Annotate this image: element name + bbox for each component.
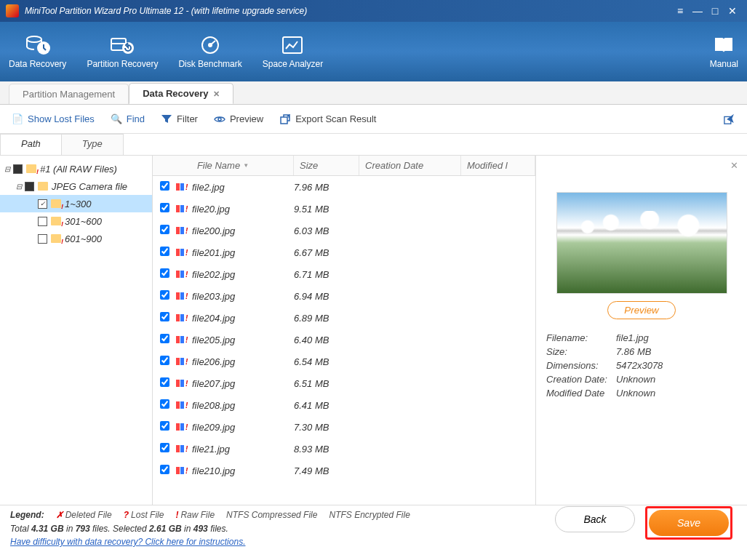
file-checkbox[interactable] xyxy=(160,465,169,474)
preview-dimensions-label: Dimensions: xyxy=(546,360,616,371)
preview-creation-value: Unknown xyxy=(616,374,655,385)
file-checkbox[interactable] xyxy=(160,290,169,300)
disk-benchmark-icon xyxy=(197,34,223,56)
file-row[interactable]: !file20.jpg9.51 MB xyxy=(153,198,535,220)
svg-rect-46 xyxy=(176,445,180,452)
folder-icon xyxy=(26,164,36,173)
close-icon[interactable]: ✕ xyxy=(724,5,741,17)
find-button[interactable]: 🔍Find xyxy=(111,113,145,125)
preview-button[interactable]: Preview xyxy=(214,113,263,125)
file-row[interactable]: !file207.jpg6.51 MB xyxy=(153,372,535,394)
tree-checkbox[interactable] xyxy=(38,217,47,226)
share-button[interactable] xyxy=(724,113,735,125)
svg-rect-22 xyxy=(176,271,180,278)
tree-root-all-raw[interactable]: ⊟ #1 (All RAW Files) xyxy=(0,160,152,177)
file-checkbox[interactable] xyxy=(160,268,169,278)
tree-checkbox[interactable] xyxy=(38,199,47,209)
file-row[interactable]: !file201.jpg6.67 MB xyxy=(153,241,535,263)
export-scan-button[interactable]: Export Scan Result xyxy=(279,113,376,125)
file-name: file205.jpg xyxy=(192,335,294,345)
svg-text:!: ! xyxy=(185,401,188,409)
svg-rect-23 xyxy=(180,271,184,278)
file-checkbox[interactable] xyxy=(160,399,169,409)
file-row[interactable]: !file200.jpg6.03 MB xyxy=(153,220,535,241)
tree-checkbox[interactable] xyxy=(38,234,47,244)
file-size: 7.30 MB xyxy=(294,422,359,433)
file-row[interactable]: !file2.jpg7.96 MB xyxy=(153,176,535,198)
svg-rect-28 xyxy=(176,314,180,321)
subtab-path[interactable]: Path xyxy=(0,134,62,155)
minimize-icon[interactable]: — xyxy=(689,5,706,17)
tree-range-301-600[interactable]: 301~600 xyxy=(0,212,152,230)
tab-close-icon[interactable]: ✕ xyxy=(213,89,220,98)
file-row[interactable]: !file205.jpg6.40 MB xyxy=(153,329,535,351)
tab-data-recovery[interactable]: Data Recovery✕ xyxy=(129,83,233,104)
preview-image-button[interactable]: Preview xyxy=(607,301,675,319)
file-row[interactable]: !file208.jpg6.41 MB xyxy=(153,394,535,416)
raw-file-icon: ! xyxy=(176,422,192,432)
tree-jpeg-camera[interactable]: ⊟ JPEG Camera file xyxy=(0,177,152,195)
tree-checkbox[interactable] xyxy=(13,164,23,174)
back-button[interactable]: Back xyxy=(555,506,635,532)
manual-tool[interactable]: Manual xyxy=(710,34,738,69)
col-modified-date[interactable]: Modified l xyxy=(461,156,535,175)
col-creation-date[interactable]: Creation Date xyxy=(359,156,461,175)
file-size: 6.41 MB xyxy=(294,400,359,411)
collapse-icon[interactable]: ⊟ xyxy=(16,183,23,191)
file-checkbox[interactable] xyxy=(160,312,169,321)
svg-rect-35 xyxy=(180,358,184,365)
tree-range-1-300[interactable]: 1~300 xyxy=(0,195,152,212)
svg-rect-16 xyxy=(176,227,180,234)
disk-benchmark-tool[interactable]: Disk Benchmark xyxy=(178,34,241,69)
tree-range-601-900[interactable]: 601~900 xyxy=(0,230,152,247)
file-name: file204.jpg xyxy=(192,313,294,324)
svg-rect-49 xyxy=(176,467,180,474)
data-recovery-label: Data Recovery xyxy=(9,59,66,69)
file-row[interactable]: !file203.jpg6.94 MB xyxy=(153,285,535,307)
svg-text:!: ! xyxy=(185,336,188,344)
file-checkbox[interactable] xyxy=(160,247,169,256)
col-filename[interactable]: File Name▼ xyxy=(153,156,294,175)
partition-recovery-tool[interactable]: Partition Recovery xyxy=(87,34,158,69)
file-row[interactable]: !file206.jpg6.54 MB xyxy=(153,351,535,372)
space-analyzer-tool[interactable]: Space Analyzer xyxy=(263,34,323,69)
file-checkbox[interactable] xyxy=(160,203,169,212)
menu-icon[interactable]: ≡ xyxy=(671,5,689,17)
raw-file-icon: ! xyxy=(176,204,192,214)
legend-lost: ?Lost File xyxy=(124,510,164,520)
file-checkbox[interactable] xyxy=(160,443,169,452)
tree-checkbox[interactable] xyxy=(25,182,34,191)
preview-close-icon[interactable]: ✕ xyxy=(730,160,738,171)
svg-rect-31 xyxy=(176,336,180,343)
data-recovery-tool[interactable]: Data Recovery xyxy=(9,34,66,69)
file-checkbox[interactable] xyxy=(160,377,169,387)
preview-dimensions-value: 5472x3078 xyxy=(616,360,663,371)
save-button[interactable]: Save xyxy=(649,510,729,536)
file-row[interactable]: !file202.jpg6.71 MB xyxy=(153,263,535,285)
file-checkbox[interactable] xyxy=(160,356,169,365)
file-row[interactable]: !file21.jpg8.93 MB xyxy=(153,438,535,460)
folder-icon xyxy=(38,182,48,191)
maximize-icon[interactable]: □ xyxy=(706,5,724,17)
svg-rect-40 xyxy=(176,401,180,409)
show-lost-files-button[interactable]: 📄Show Lost Files xyxy=(12,113,95,125)
file-checkbox[interactable] xyxy=(160,421,169,431)
file-row[interactable]: !file210.jpg7.49 MB xyxy=(153,460,535,481)
svg-point-5 xyxy=(209,44,212,47)
help-link[interactable]: Have difficulty with data recovery? Clic… xyxy=(10,537,245,547)
tab-partition-management[interactable]: Partition Management xyxy=(9,84,129,104)
app-logo-icon xyxy=(6,4,19,17)
file-row[interactable]: !file209.jpg7.30 MB xyxy=(153,416,535,438)
filter-button[interactable]: Filter xyxy=(161,113,198,125)
col-size[interactable]: Size xyxy=(294,156,359,175)
file-checkbox[interactable] xyxy=(160,334,169,343)
file-name: file207.jpg xyxy=(192,378,294,389)
file-checkbox[interactable] xyxy=(160,181,169,191)
file-name: file21.jpg xyxy=(192,444,294,455)
file-checkbox[interactable] xyxy=(160,225,169,234)
file-row[interactable]: !file204.jpg6.89 MB xyxy=(153,307,535,329)
collapse-icon[interactable]: ⊟ xyxy=(4,165,12,173)
svg-rect-17 xyxy=(180,227,184,234)
subtab-type[interactable]: Type xyxy=(61,134,124,155)
file-size: 6.54 MB xyxy=(294,356,359,367)
